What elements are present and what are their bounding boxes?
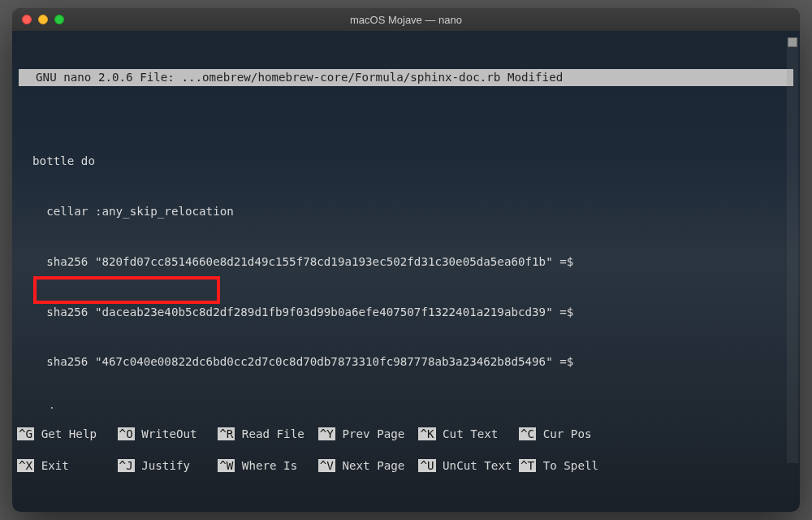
code-line: sha256 "820fd07cc8514660e8d21d49c155f78c… [19,254,793,271]
minimize-icon[interactable] [38,15,48,24]
shortcut-key[interactable]: ^G [17,427,34,440]
scrollbar[interactable] [787,37,798,463]
terminal-viewport[interactable]: GNU nano 2.0.6 File: ...omebrew/homebrew… [12,31,800,409]
shortcut-label: WriteOut [141,427,197,440]
zoom-icon[interactable] [54,15,64,24]
shortcut-key[interactable]: ^V [318,459,335,472]
traffic-lights [12,15,64,24]
shortcut-key[interactable]: ^K [418,427,435,440]
titlebar[interactable]: macOS Mojave — nano [12,8,800,31]
nano-shortcut-bar: ^G Get Help ^O WriteOut ^R Read File ^Y … [12,409,800,512]
shortcut-label: Cur Pos [543,427,592,440]
shortcut-key[interactable]: ^J [118,459,135,472]
shortcut-key[interactable]: ^Y [318,427,335,440]
code-line: cellar :any_skip_relocation [19,203,793,220]
shortcut-key[interactable]: ^R [218,427,235,440]
shortcut-label: Prev Page [342,427,404,440]
shortcut-key[interactable]: ^T [519,459,536,472]
code-line: end [19,404,793,409]
close-icon[interactable] [22,15,32,24]
shortcut-label: To Spell [543,459,598,472]
shortcut-label: Read File [242,427,304,440]
shortcut-label: UnCut Text [443,459,512,472]
window-title: macOS Mojave — nano [12,14,800,26]
shortcut-label: Exit [41,459,69,472]
code-line: bottle do [19,153,793,170]
shortcut-key[interactable]: ^W [218,459,235,472]
shortcut-label: Justify [141,459,190,472]
terminal-window: macOS Mojave — nano GNU nano 2.0.6 File:… [12,8,800,512]
shortcut-key[interactable]: ^C [519,427,536,440]
nano-status-bar: GNU nano 2.0.6 File: ...omebrew/homebrew… [19,69,793,86]
shortcut-key[interactable]: ^X [17,459,34,472]
shortcut-key[interactable]: ^U [418,459,435,472]
shortcut-label: Where Is [242,459,297,472]
shortcut-label: Get Help [41,427,97,440]
code-line: sha256 "daceab23e40b5c8d2df289d1fb9f03d9… [19,304,793,321]
annotation-highlight [33,276,220,304]
shortcut-label: Cut Text [443,427,498,440]
shortcut-label: Next Page [342,459,404,472]
shortcut-key[interactable]: ^O [118,427,135,440]
scrollbar-thumb[interactable] [788,37,797,47]
code-line: sha256 "467c040e00822dc6bd0cc2d7c0c8d70d… [19,353,793,370]
